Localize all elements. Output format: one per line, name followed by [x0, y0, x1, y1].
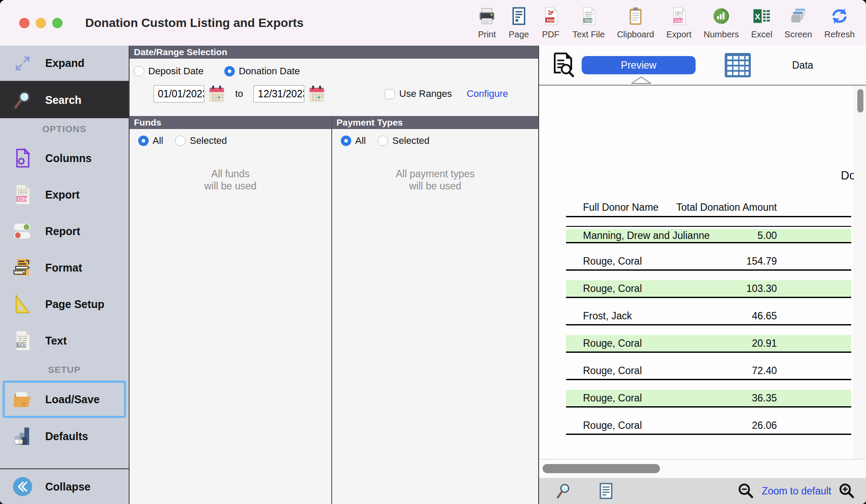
preview-table: Full Donor Name Total Donation Amount Ma…	[566, 199, 851, 435]
pdf-button[interactable]: PDF PDF	[541, 7, 560, 40]
toggle-switches-icon	[10, 221, 36, 242]
zoom-in-icon[interactable]	[838, 482, 856, 500]
pdf-file-icon: PDF	[541, 7, 560, 27]
vertical-scrollbar-thumb[interactable]	[857, 89, 863, 113]
table-row: Rouge, Coral 103.30	[566, 271, 851, 298]
svg-text:CSV: CSV	[18, 196, 28, 202]
numbers-button[interactable]: Numbers	[704, 7, 739, 40]
donor-name-cell: Rouge, Coral	[566, 283, 642, 295]
funds-all-radio[interactable]	[138, 136, 149, 146]
donor-name-cell: Rouge, Coral	[566, 255, 642, 267]
txt-file-icon: TXT	[10, 330, 36, 351]
export-button[interactable]: CSV Export	[666, 7, 692, 40]
page-icon	[509, 7, 528, 27]
table-row: Rouge, Coral 154.79	[566, 243, 851, 271]
table-row: Rouge, Coral 36.35	[566, 380, 851, 408]
sidebar-item-text[interactable]: TXT Text	[0, 322, 129, 359]
text-file-icon: TXT	[579, 7, 598, 27]
sidebar-item-search[interactable]: Search	[0, 82, 129, 118]
tab-data[interactable]: Data	[792, 60, 813, 71]
refresh-button[interactable]: Refresh	[824, 7, 855, 40]
date-range-header: Date/Range Selection	[130, 46, 538, 59]
set-square-icon	[10, 294, 36, 315]
sidebar-item-defaults[interactable]: Defaults	[0, 418, 129, 454]
donation-amount-cell: 26.06	[642, 420, 851, 431]
close-window-button[interactable]	[19, 18, 30, 28]
funds-selected-radio[interactable]	[175, 136, 186, 146]
table-row: Rouge, Coral 26.06	[566, 408, 851, 435]
svg-text:TXT: TXT	[584, 18, 592, 23]
donation-amount-cell: 46.65	[632, 310, 851, 322]
zoom-window-button[interactable]	[52, 18, 63, 28]
sidebar-item-page-setup[interactable]: Page Setup	[0, 286, 129, 322]
zoom-out-icon[interactable]	[737, 482, 755, 500]
deposit-date-label: Deposit Date	[148, 66, 203, 77]
sidebar-section-options: OPTIONS	[0, 118, 129, 140]
donation-amount-cell: 36.35	[642, 392, 851, 404]
donation-amount-cell: 72.40	[642, 365, 851, 377]
end-date-input[interactable]	[253, 85, 304, 103]
sidebar-item-format[interactable]: Format	[0, 249, 129, 286]
sidebar-item-load-save[interactable]: Load/Save	[3, 381, 126, 418]
horizontal-scrollbar[interactable]	[539, 459, 866, 478]
sidebar-item-expand[interactable]: Expand	[0, 46, 129, 82]
screen-button[interactable]: Screen	[785, 7, 812, 40]
refresh-icon	[830, 7, 849, 27]
payment-types-all-radio[interactable]	[341, 136, 351, 146]
to-label: to	[235, 88, 243, 99]
report-preview-area: Do Full Donor Name Total Donation Amount…	[539, 86, 866, 459]
svg-text:X: X	[755, 12, 760, 21]
use-ranges-label: Use Ranges	[399, 88, 452, 99]
sidebar-item-collapse[interactable]: Collapse	[0, 468, 129, 504]
start-date-input[interactable]	[153, 85, 204, 103]
donation-amount-cell: 5.00	[710, 230, 851, 242]
donation-date-radio[interactable]	[224, 66, 235, 76]
calendar-icon[interactable]	[309, 85, 325, 103]
tab-preview[interactable]: Preview	[582, 56, 696, 74]
collapse-circle-icon	[10, 476, 36, 497]
donation-amount-cell: 154.79	[642, 255, 851, 267]
configure-link[interactable]: Configure	[466, 88, 508, 99]
sidebar-item-report[interactable]: Report	[0, 213, 129, 249]
printer-icon	[477, 7, 496, 27]
zoom-to-default-link[interactable]: Zoom to default	[762, 485, 831, 497]
screen-icon	[789, 7, 808, 27]
sidebar-spacer	[0, 454, 129, 468]
calendar-icon[interactable]	[209, 85, 225, 103]
traffic-lights	[0, 18, 63, 28]
page-button[interactable]: Page	[509, 7, 529, 40]
csv-file-icon: CSV	[10, 184, 36, 205]
payment-types-selected-label: Selected	[392, 135, 430, 146]
text-file-button[interactable]: TXT Text File	[573, 7, 605, 40]
donation-amount-cell: 20.91	[642, 338, 851, 349]
clipboard-button[interactable]: Clipboard	[617, 7, 654, 40]
preview-table-rows: Manning, Drew and Julianne 5.00 Rouge, C…	[566, 227, 851, 435]
payment-types-all-label: All	[355, 135, 366, 146]
table-row: Rouge, Coral 72.40	[566, 353, 851, 380]
print-button[interactable]: Print	[477, 7, 496, 40]
preview-table-header: Full Donor Name Total Donation Amount	[566, 199, 851, 215]
donation-date-label: Donation Date	[239, 66, 300, 77]
excel-button[interactable]: X Excel	[751, 7, 773, 40]
payment-types-selected-radio[interactable]	[378, 136, 388, 146]
preview-bottom-bar: Zoom to default	[539, 478, 866, 504]
table-row: Manning, Drew and Julianne 5.00	[566, 227, 851, 243]
vertical-scrollbar[interactable]	[854, 86, 866, 459]
sidebar-item-columns[interactable]: Columns	[0, 140, 129, 176]
toolbar: Print Page PDF PDF TXT Text File Clipboa…	[477, 7, 866, 40]
csv-export-icon: CSV	[669, 7, 689, 27]
use-ranges-checkbox[interactable]	[385, 89, 395, 99]
svg-text:CSV: CSV	[675, 18, 683, 23]
column-header-name: Full Donor Name	[566, 202, 659, 213]
document-lines-icon[interactable]	[597, 482, 615, 500]
numbers-app-icon	[712, 7, 731, 27]
deposit-date-radio[interactable]	[134, 66, 144, 76]
magnifier-icon[interactable]	[554, 482, 572, 500]
sidebar-item-export[interactable]: CSV Export	[0, 176, 129, 213]
active-tab-marker	[631, 76, 651, 86]
minimize-window-button[interactable]	[36, 18, 46, 28]
funds-header: Funds	[130, 116, 331, 129]
preview-panel: Preview Data Do Full Donor Name Total Do…	[538, 46, 866, 504]
horizontal-scrollbar-thumb[interactable]	[543, 464, 660, 473]
donor-name-cell: Rouge, Coral	[566, 338, 642, 349]
